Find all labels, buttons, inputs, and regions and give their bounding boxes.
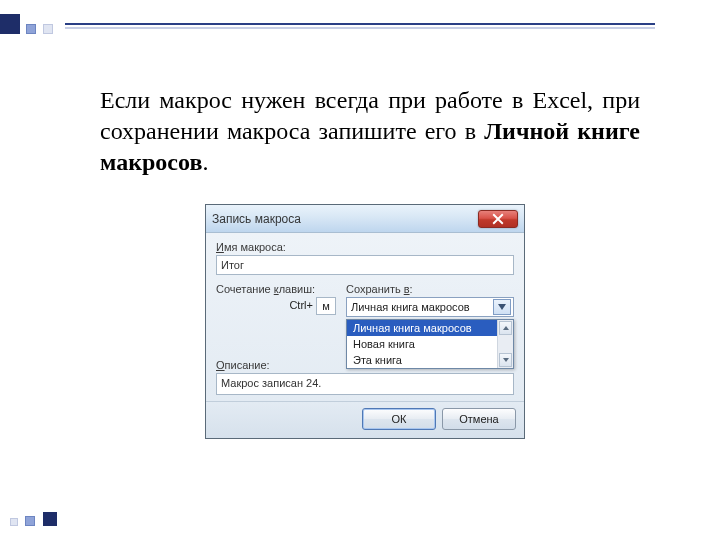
scroll-down-button[interactable] bbox=[499, 353, 512, 367]
dialog-title: Запись макроса bbox=[212, 212, 478, 226]
description-input[interactable]: Макрос записан 24. bbox=[216, 373, 514, 395]
save-in-combo[interactable]: Личная книга макросов bbox=[346, 297, 514, 317]
decor-square-light bbox=[43, 24, 53, 34]
save-in-dropdown-list[interactable]: Личная книга макросов Новая книга Эта кн… bbox=[346, 319, 514, 369]
save-in-value: Личная книга макросов bbox=[351, 301, 493, 313]
shortcut-label: Сочетание клавиш: bbox=[216, 283, 336, 295]
cancel-button[interactable]: Отмена bbox=[442, 408, 516, 430]
record-macro-dialog: Запись макроса Имя макроса: Итог Сочетан… bbox=[205, 204, 525, 439]
chevron-down-icon bbox=[498, 304, 506, 310]
dropdown-option[interactable]: Новая книга bbox=[347, 336, 497, 352]
dialog-titlebar[interactable]: Запись макроса bbox=[206, 205, 524, 233]
dropdown-option[interactable]: Личная книга макросов bbox=[347, 320, 497, 336]
dialog-button-bar: ОК Отмена bbox=[206, 401, 524, 438]
decor-square-dark bbox=[0, 14, 20, 34]
dropdown-option[interactable]: Эта книга bbox=[347, 352, 497, 368]
ctrl-prefix: Ctrl+ bbox=[289, 299, 313, 311]
slide-header-decor bbox=[0, 14, 720, 38]
chevron-down-icon bbox=[503, 358, 509, 362]
macro-name-label: Имя макроса: bbox=[216, 241, 514, 253]
ok-button[interactable]: ОК bbox=[362, 408, 436, 430]
dropdown-scrollbar[interactable] bbox=[497, 320, 513, 368]
slide-paragraph: Если макрос нужен всегда при работе в Ex… bbox=[100, 85, 640, 179]
save-in-label: Сохранить в: bbox=[346, 283, 514, 295]
scroll-up-button[interactable] bbox=[499, 321, 512, 335]
chevron-up-icon bbox=[503, 326, 509, 330]
close-icon bbox=[492, 213, 504, 225]
combo-dropdown-button[interactable] bbox=[493, 299, 511, 315]
description-value: Макрос записан 24. bbox=[221, 377, 321, 389]
close-button[interactable] bbox=[478, 210, 518, 228]
macro-name-value: Итог bbox=[221, 259, 244, 271]
slide-footer-decor bbox=[10, 508, 60, 526]
macro-name-input[interactable]: Итог bbox=[216, 255, 514, 275]
decor-square-mid bbox=[26, 24, 36, 34]
shortcut-key-input[interactable]: м bbox=[316, 297, 336, 315]
